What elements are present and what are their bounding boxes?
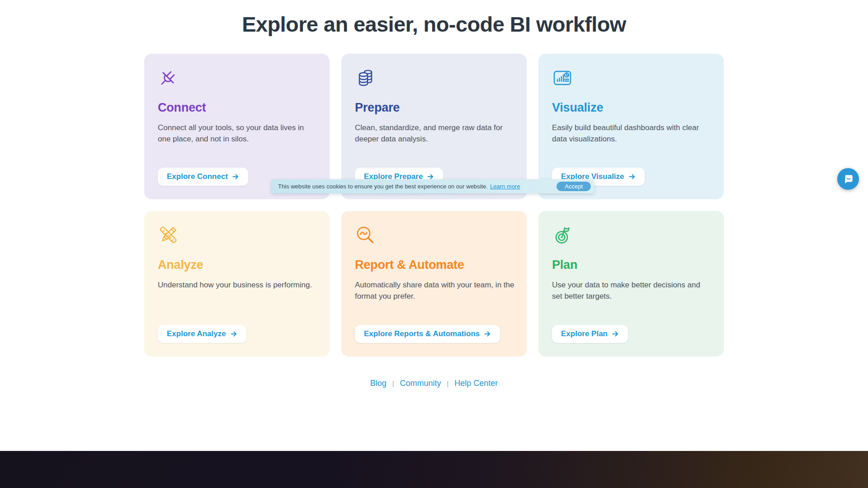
database-icon bbox=[355, 67, 376, 88]
card-title: Prepare bbox=[355, 101, 400, 115]
card-description: Understand how your business is performi… bbox=[158, 279, 312, 291]
footer-separator: | bbox=[392, 380, 394, 387]
plug-icon bbox=[158, 67, 179, 88]
card-description: Clean, standardize, and merge raw data f… bbox=[355, 122, 515, 145]
button-label: Explore Analyze bbox=[167, 329, 226, 338]
explore-plan-button[interactable]: Explore Plan bbox=[552, 325, 628, 343]
card-title: Connect bbox=[158, 101, 206, 115]
page-title: Explore an easier, no-code BI workflow bbox=[0, 12, 868, 37]
card-visualize: Visualize Easily build beautiful dashboa… bbox=[538, 54, 724, 199]
card-description: Automatically share data with your team,… bbox=[355, 279, 515, 302]
chat-widget-button[interactable] bbox=[837, 168, 859, 190]
card-report-automate: Report & Automate Automatically share da… bbox=[341, 211, 527, 357]
button-label: Explore Reports & Automations bbox=[364, 329, 480, 338]
arrow-right-icon bbox=[232, 173, 239, 180]
target-flag-icon bbox=[552, 225, 573, 245]
card-plan: Plan Use your data to make better decisi… bbox=[538, 211, 724, 357]
footer-link-help-center[interactable]: Help Center bbox=[454, 379, 498, 388]
button-label: Explore Connect bbox=[167, 172, 228, 181]
card-title: Analyze bbox=[158, 258, 203, 272]
dashboard-chart-icon bbox=[552, 67, 573, 88]
card-description: Connect all your tools, so your data liv… bbox=[158, 122, 318, 145]
footer-link-community[interactable]: Community bbox=[400, 379, 441, 388]
learn-more-link[interactable]: Learn more bbox=[490, 183, 520, 190]
arrow-right-icon bbox=[628, 173, 636, 180]
card-prepare: Prepare Clean, standardize, and merge ra… bbox=[341, 54, 527, 199]
magnifier-wave-icon bbox=[355, 225, 376, 245]
cookie-message: This website uses cookies to ensure you … bbox=[278, 183, 488, 190]
card-description: Easily build beautiful dashboards with c… bbox=[552, 122, 712, 145]
card-analyze: Analyze Understand how your business is … bbox=[144, 211, 330, 357]
chat-bubble-icon bbox=[842, 173, 854, 185]
footer-link-blog[interactable]: Blog bbox=[370, 379, 387, 388]
explore-connect-button[interactable]: Explore Connect bbox=[158, 168, 248, 186]
landing-page: Explore an easier, no-code BI workflow C… bbox=[0, 0, 868, 488]
card-description: Use your data to make better decisions a… bbox=[552, 279, 712, 302]
arrow-right-icon bbox=[230, 330, 237, 338]
accept-cookies-button[interactable]: Accept bbox=[557, 182, 591, 191]
footer-separator: | bbox=[447, 380, 449, 387]
cookie-banner: This website uses cookies to ensure you … bbox=[271, 179, 594, 193]
card-title: Visualize bbox=[552, 101, 603, 115]
dark-footer-band bbox=[0, 451, 868, 488]
pencil-ruler-icon bbox=[158, 225, 179, 245]
footer-links: Blog | Community | Help Center bbox=[0, 379, 868, 388]
explore-analyze-button[interactable]: Explore Analyze bbox=[158, 325, 246, 343]
arrow-right-icon bbox=[612, 330, 619, 338]
button-label: Explore Plan bbox=[561, 329, 608, 338]
explore-reports-automations-button[interactable]: Explore Reports & Automations bbox=[355, 325, 500, 343]
workflow-cards-grid: Connect Connect all your tools, so your … bbox=[144, 54, 724, 357]
card-connect: Connect Connect all your tools, so your … bbox=[144, 54, 330, 199]
arrow-right-icon bbox=[484, 330, 491, 338]
card-title: Plan bbox=[552, 258, 577, 272]
card-title: Report & Automate bbox=[355, 258, 464, 272]
